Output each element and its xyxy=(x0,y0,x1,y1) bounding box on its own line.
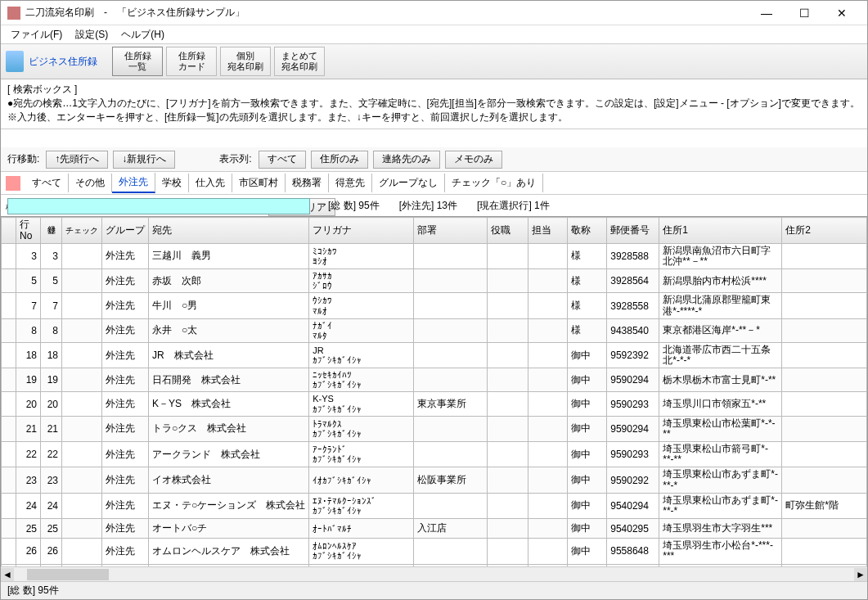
cell-check[interactable] xyxy=(62,493,102,518)
cell-check[interactable] xyxy=(62,467,102,493)
col-check[interactable]: チェック xyxy=(62,218,102,243)
addressbook-selector[interactable]: ビジネス住所録 xyxy=(6,51,97,72)
table-row[interactable]: 2222外注先アークランド 株式会社ｱｰｸﾗﾝﾄﾞｶﾌﾞｼｷｶﾞｲｼｬ御中959… xyxy=(2,442,867,467)
filter-nogroup[interactable]: グループなし xyxy=(372,174,445,192)
table-row[interactable]: 77外注先牛川 ○男ｳｼｶﾜﾏﾙｵ様3928558新潟県北蒲原郡聖籠町東港*-*… xyxy=(2,293,867,318)
search-input[interactable] xyxy=(7,198,310,214)
viewcol-memo[interactable]: メモのみ xyxy=(445,151,502,169)
row-selector[interactable] xyxy=(2,442,16,467)
cell-reg: 21 xyxy=(41,416,62,441)
maximize-button[interactable]: ☐ xyxy=(785,1,823,25)
scroll-right-icon[interactable]: ► xyxy=(854,568,867,581)
filter-tax[interactable]: 税務署 xyxy=(286,174,329,192)
col-role[interactable]: 役職 xyxy=(488,218,528,243)
table-wrap[interactable]: 行 No 登録 チェック グループ 宛先 フリガナ 部署 役職 担当 敬称 郵便… xyxy=(1,216,867,566)
table-row[interactable]: 2626外注先オムロンヘルスケア 株式会社ｵﾑﾛﾝﾍﾙｽｹｱｶﾌﾞｼｷｶﾞｲｼｬ… xyxy=(2,539,867,564)
cell-check[interactable] xyxy=(62,392,102,416)
cell-check[interactable] xyxy=(62,519,102,539)
table-row[interactable]: 2525外注先オートバ○チｵｰﾄﾊﾞﾏﾙﾁ入江店御中9540295埼玉県羽生市大… xyxy=(2,519,867,539)
cell-furigana: K-YSｶﾌﾞｼｷｶﾞｲｼｬ xyxy=(309,392,414,416)
col-group[interactable]: グループ xyxy=(102,218,149,243)
col-tanto[interactable]: 担当 xyxy=(528,218,568,243)
cell-check[interactable] xyxy=(62,442,102,467)
cell-check[interactable] xyxy=(62,416,102,441)
viewcol-all[interactable]: すべて xyxy=(259,151,306,169)
close-button[interactable]: ✕ xyxy=(823,1,861,25)
col-selector[interactable] xyxy=(2,218,16,243)
col-keisho[interactable]: 敬称 xyxy=(568,218,607,243)
cell-group: 外注先 xyxy=(102,442,149,467)
tab-print-single[interactable]: 個別 宛名印刷 xyxy=(220,47,271,76)
row-selector[interactable] xyxy=(2,243,16,268)
cell-check[interactable] xyxy=(62,368,102,392)
row-selector[interactable] xyxy=(2,293,16,318)
header-row: 行 No 登録 チェック グループ 宛先 フリガナ 部署 役職 担当 敬称 郵便… xyxy=(2,218,867,243)
row-selector[interactable] xyxy=(2,519,16,539)
filter-other[interactable]: その他 xyxy=(69,174,112,192)
row-selector[interactable] xyxy=(2,416,16,441)
cell-addr2 xyxy=(782,519,867,539)
tab-print-batch[interactable]: まとめて 宛名印刷 xyxy=(274,47,325,76)
filter-school[interactable]: 学校 xyxy=(155,174,189,192)
scroll-thumb[interactable] xyxy=(27,569,109,580)
col-addr1[interactable]: 住所1 xyxy=(659,218,782,243)
col-dept[interactable]: 部署 xyxy=(414,218,488,243)
table-row[interactable]: 1919外注先日石開発 株式会社ﾆｯｾｷｶｲﾊﾂｶﾌﾞｼｷｶﾞｲｼｬ御中9590… xyxy=(2,368,867,392)
filter-checked[interactable]: チェック「○」あり xyxy=(445,174,543,192)
col-reg[interactable]: 登録 xyxy=(41,218,62,243)
filter-all[interactable]: すべて xyxy=(25,174,69,192)
minimize-button[interactable]: — xyxy=(748,1,785,25)
cell-check[interactable] xyxy=(62,243,102,268)
cell-check[interactable] xyxy=(62,342,102,368)
goto-top-button[interactable]: ↑先頭行へ xyxy=(46,151,108,169)
filter-shiire[interactable]: 仕入先 xyxy=(189,174,232,192)
row-selector[interactable] xyxy=(2,269,16,293)
cell-tanto xyxy=(528,342,568,368)
horizontal-scrollbar[interactable]: ◄ ► xyxy=(1,566,867,581)
table-row[interactable]: 1818外注先JR 株式会社JRｶﾌﾞｼｷｶﾞｲｼｬ御中9592392北海道帯広… xyxy=(2,342,867,368)
row-selector[interactable] xyxy=(2,539,16,564)
table-row[interactable]: 88外注先永井 ○太ﾅｶﾞｲﾏﾙﾀ様9438540東京都港区海岸*-**－* xyxy=(2,318,867,342)
table-row[interactable]: 2424外注先エヌ・テ○ケーションズ 株式会社ｴﾇ･ﾃﾏﾙｸｰｼｮﾝｽﾞｶﾌﾞｼ… xyxy=(2,493,867,518)
row-selector[interactable] xyxy=(2,368,16,392)
menu-file[interactable]: ファイル(F) xyxy=(6,26,67,43)
viewcol-addr[interactable]: 住所のみ xyxy=(311,151,368,169)
scroll-left-icon[interactable]: ◄ xyxy=(1,568,14,581)
filter-tokui[interactable]: 得意先 xyxy=(329,174,372,192)
row-selector[interactable] xyxy=(2,342,16,368)
cell-check[interactable] xyxy=(62,293,102,318)
col-addr2[interactable]: 住所2 xyxy=(782,218,867,243)
menu-settings[interactable]: 設定(S) xyxy=(70,26,113,43)
menu-help[interactable]: ヘルプ(H) xyxy=(116,26,169,43)
row-selector[interactable] xyxy=(2,467,16,493)
book-icon xyxy=(6,51,24,72)
col-no[interactable]: 行 No xyxy=(16,218,41,243)
table-row[interactable]: 2020外注先K－YS 株式会社K-YSｶﾌﾞｼｷｶﾞｲｼｬ東京事業所御中959… xyxy=(2,392,867,416)
table-row[interactable]: 2323外注先イオ株式会社ｲｵｶﾌﾞｼｷｶﾞｲｼｬ松阪事業所御中9590292埼… xyxy=(2,467,867,493)
cell-group: 外注先 xyxy=(102,493,149,518)
tab-card[interactable]: 住所録 カード xyxy=(166,47,217,76)
row-selector[interactable] xyxy=(2,493,16,518)
table-row[interactable]: 55外注先赤坂 次郎ｱｶｻｶｼﾞﾛｳ様3928564新潟県胎内市村松浜**** xyxy=(2,269,867,293)
address-table: 行 No 登録 チェック グループ 宛先 フリガナ 部署 役職 担当 敬称 郵便… xyxy=(1,217,867,566)
cell-check[interactable] xyxy=(62,539,102,564)
table-row[interactable]: 2121外注先トラ○クス 株式会社ﾄﾗﾏﾙｸｽｶﾌﾞｼｷｶﾞｲｼｬ御中95902… xyxy=(2,416,867,441)
goto-new-button[interactable]: ↓新規行へ xyxy=(113,151,175,169)
cell-reg: 19 xyxy=(41,368,62,392)
row-selector[interactable] xyxy=(2,318,16,342)
filter-city[interactable]: 市区町村 xyxy=(232,174,286,192)
viewcol-contact[interactable]: 連絡先のみ xyxy=(373,151,440,169)
statusbar: [総 数] 95件 xyxy=(1,581,867,599)
col-zip[interactable]: 郵便番号 xyxy=(607,218,659,243)
cell-tanto xyxy=(528,519,568,539)
cell-no: 24 xyxy=(16,493,41,518)
col-furigana[interactable]: フリガナ xyxy=(309,218,414,243)
tab-list[interactable]: 住所録 一覧 xyxy=(112,47,163,76)
table-row[interactable]: 33外注先三越川 義男ﾐｺｼｶﾜﾖｼｵ様3928588新潟県南魚沼市六日町字北沖… xyxy=(2,243,867,268)
cell-check[interactable] xyxy=(62,318,102,342)
cell-group: 外注先 xyxy=(102,293,149,318)
col-dest[interactable]: 宛先 xyxy=(149,218,309,243)
row-selector[interactable] xyxy=(2,392,16,416)
cell-check[interactable] xyxy=(62,269,102,293)
filter-gaichu[interactable]: 外注先 xyxy=(112,173,155,193)
